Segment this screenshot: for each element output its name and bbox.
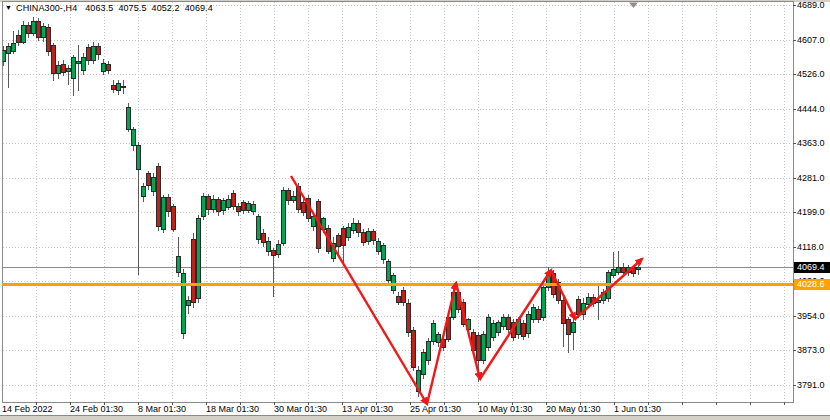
ohlc-low: 4052.2: [152, 3, 180, 13]
bull-candle: [76, 61, 80, 64]
bull-candle: [221, 201, 225, 211]
bull-candle: [136, 146, 140, 170]
symbol-dropdown-icon[interactable]: ▼: [5, 4, 12, 11]
bull-candle: [256, 217, 260, 240]
time-axis-label: 20 May 01:30: [546, 404, 601, 415]
time-axis[interactable]: 14 Feb 202224 Feb 01:308 Mar 01:3018 Mar…: [0, 402, 793, 415]
bull-candle: [386, 262, 390, 280]
time-axis-label: 24 Feb 01:30: [70, 404, 123, 415]
time-axis-label: 8 Mar 01:30: [138, 404, 186, 415]
bear-candle: [411, 331, 415, 368]
bear-candle: [406, 304, 410, 333]
price-axis-label: 3873.0: [797, 345, 825, 356]
bear-candle: [566, 320, 570, 335]
bull-candle: [126, 107, 130, 129]
bull-candle: [226, 200, 230, 208]
time-axis-label: 30 Mar 01:30: [274, 404, 327, 415]
bear-candle: [46, 27, 50, 51]
bull-candle: [116, 84, 120, 91]
bear-candle: [216, 200, 220, 212]
bull-candle: [496, 322, 500, 333]
bull-candle: [421, 353, 425, 375]
bull-candle: [616, 267, 620, 273]
time-axis-label: 14 Feb 2022: [2, 404, 53, 415]
bull-candle: [431, 323, 435, 341]
bear-candle: [341, 229, 345, 246]
bear-candle: [396, 296, 400, 302]
bull-candle: [181, 273, 185, 334]
bear-candle: [476, 336, 480, 361]
bear-candle: [166, 197, 170, 211]
plot-area[interactable]: [2, 1, 793, 402]
bull-candle: [346, 228, 350, 238]
ohlc-close: 4069.4: [185, 3, 213, 13]
bear-candle: [301, 203, 305, 213]
bull-candle: [196, 218, 200, 298]
bull-candle: [176, 256, 180, 273]
candlestick-chart[interactable]: [0, 0, 830, 420]
bear-candle: [36, 22, 40, 37]
bull-candle: [41, 27, 45, 38]
bull-candle: [66, 68, 70, 71]
bear-candle: [106, 65, 110, 71]
bear-candle: [286, 191, 290, 201]
bull-candle: [376, 241, 380, 252]
bear-candle: [236, 206, 240, 212]
price-axis-label: 4526.0: [797, 69, 825, 80]
bear-candle: [121, 86, 125, 87]
price-axis-label: 4689.0: [797, 0, 825, 11]
bull-candle: [151, 178, 155, 192]
bear-candle: [356, 223, 360, 232]
bull-candle: [246, 204, 250, 210]
bull-candle: [486, 317, 490, 347]
bear-candle: [371, 232, 375, 240]
bull-candle: [391, 275, 395, 290]
bull-candle: [586, 298, 590, 305]
bull-candle: [571, 322, 575, 333]
bull-candle: [81, 57, 85, 71]
bear-candle: [271, 251, 275, 256]
bear-candle: [86, 47, 90, 61]
mt4-chart-window: ▼CHINA300-,H44063.54075.54052.24069.4 46…: [0, 0, 830, 420]
bear-candle: [156, 166, 160, 226]
bear-candle: [336, 236, 340, 247]
bear-candle: [206, 197, 210, 210]
bull-candle: [201, 197, 205, 216]
bear-candle: [61, 65, 65, 73]
time-axis-label: 1 Jun 01:30: [614, 404, 661, 415]
bull-candle: [636, 267, 640, 269]
bear-candle: [241, 203, 245, 211]
bear-candle: [361, 233, 365, 242]
bull-candle: [541, 287, 545, 317]
price-axis-label: 4444.0: [797, 104, 825, 115]
bear-candle: [111, 85, 115, 89]
chart-title: ▼CHINA300-,H44063.54075.54052.24069.4: [5, 2, 213, 14]
bull-candle: [381, 245, 385, 260]
price-axis-label: 4281.0: [797, 173, 825, 184]
bear-candle: [576, 299, 580, 314]
bull-candle: [611, 270, 615, 276]
bear-candle: [521, 323, 525, 336]
bull-candle: [436, 335, 440, 343]
bull-candle: [91, 46, 95, 60]
bull-candle: [266, 242, 270, 252]
bull-candle: [481, 335, 485, 361]
bear-candle: [146, 173, 150, 185]
bear-candle: [96, 46, 100, 55]
bear-candle: [401, 290, 405, 302]
chart-symbol-period: CHINA300-,H4: [16, 3, 77, 13]
bull-candle: [161, 197, 165, 230]
bull-candle: [31, 22, 35, 33]
price-axis[interactable]: 4689.04607.04526.04444.04363.04281.04199…: [793, 0, 830, 402]
time-axis-label: 18 Mar 01:30: [206, 404, 259, 415]
time-axis-label: 13 Apr 01:30: [342, 404, 393, 415]
bear-candle: [26, 26, 30, 34]
bull-candle: [71, 58, 75, 79]
ohlc-open: 4063.5: [85, 3, 113, 13]
bear-candle: [171, 206, 175, 229]
bear-candle: [261, 233, 265, 243]
bull-candle: [251, 204, 255, 212]
bull-candle: [526, 314, 530, 333]
bull-candle: [101, 63, 105, 71]
bull-candle: [491, 323, 495, 337]
